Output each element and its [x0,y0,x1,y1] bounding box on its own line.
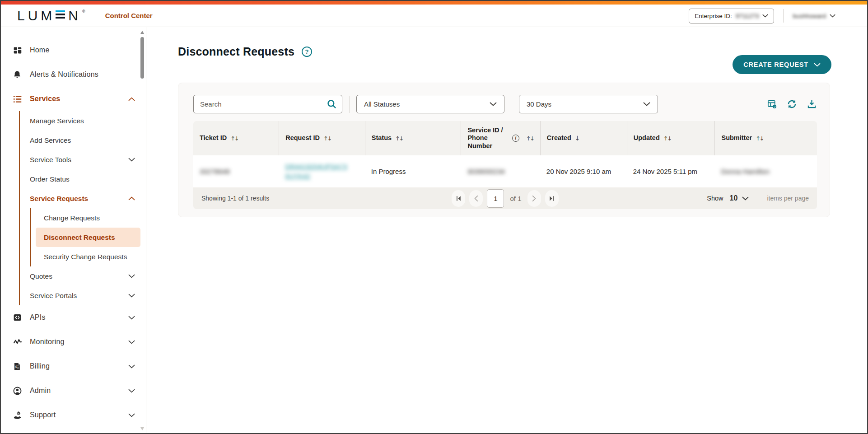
chevron-down-icon[interactable] [128,274,135,278]
col-ticket-id[interactable]: Ticket ID↑↓ [193,121,279,155]
sort-icon[interactable]: ↑↓ [756,135,763,142]
chevron-down-icon [490,102,497,106]
sidebar-item-alerts[interactable]: Alerts & Notifications [1,62,146,87]
page-size-select[interactable] [742,196,749,201]
code-brackets-icon [13,313,23,322]
refresh-icon[interactable] [787,99,797,109]
sidebar-item-home[interactable]: Home [1,38,146,62]
chevron-down-icon [814,63,821,67]
download-icon[interactable] [807,99,817,109]
svg-text:$: $ [15,365,17,369]
logo-e-bars-icon [56,10,65,19]
chevron-down-icon[interactable] [128,413,135,417]
col-updated[interactable]: Updated↑↓ [627,121,715,155]
home-grid-icon [13,45,23,55]
sidebar-item-label: Billing [30,362,50,370]
chevron-down-icon[interactable] [128,158,135,162]
col-created[interactable]: Created↓ [540,121,627,155]
sidebar-item-admin[interactable]: Admin [1,378,146,403]
sidebar-item-security-change-requests[interactable]: Security Change Requests [31,247,146,266]
sidebar-item-label: Quotes [30,272,52,280]
page-count-label: of 1 [510,195,521,202]
request-id-link[interactable]: DR4419204UPSA730UYK42 [285,162,347,181]
first-page-button[interactable] [452,190,465,207]
cell-service-id: 3039000234 [461,155,540,187]
app-window: LUM N ® Control Center Enterprise ID: 97… [0,0,868,434]
sidebar-item-disconnect-requests[interactable]: Disconnect Requests [36,228,140,247]
status-filter-select[interactable]: All Statuses [356,95,504,113]
sidebar-item-manage-services[interactable]: Manage Services [20,111,146,131]
info-icon[interactable]: i [512,135,519,142]
chevron-down-icon[interactable] [128,364,135,369]
sidebar-item-apis[interactable]: APIs [1,305,146,330]
sidebar-item-monitoring[interactable]: Monitoring [1,330,146,354]
sort-icon[interactable]: ↑↓ [230,135,238,142]
help-icon[interactable]: ? [302,47,312,57]
sidebar-item-order-status[interactable]: Order Status [20,169,146,189]
col-status[interactable]: Status↑↓ [365,121,461,155]
search-icon[interactable] [327,99,337,111]
sort-icon[interactable]: ↑↓ [323,135,331,142]
chevron-down-icon[interactable] [128,340,135,344]
lumen-logo[interactable]: LUM N ® [17,9,85,23]
services-list-icon [13,94,23,104]
sidebar-item-quotes[interactable]: Quotes [20,266,146,286]
chevron-down-icon [643,102,650,106]
column-settings-icon[interactable] [767,99,777,109]
logo-text-right: N [68,9,81,23]
invoice-icon: $ [13,361,23,371]
search-input[interactable] [193,95,342,113]
sidebar-item-label: Admin [30,387,51,395]
sidebar-item-support[interactable]: Support [1,403,146,427]
sidebar-item-services[interactable]: Services [1,87,146,111]
sidebar-item-add-services[interactable]: Add Services [20,131,146,150]
create-request-button[interactable]: CREATE REQUEST [733,55,831,74]
sort-icon[interactable]: ↑↓ [395,135,403,142]
chevron-down-icon [762,14,768,18]
sidebar-item-service-tools[interactable]: Service Tools [20,150,146,169]
sidebar-item-service-portals[interactable]: Service Portals [20,286,146,305]
sidebar-item-billing[interactable]: $ Billing [1,354,146,378]
page-number-input[interactable]: 1 [487,189,504,208]
scroll-down-arrow-icon[interactable] [140,427,144,430]
chevron-down-icon[interactable] [128,294,135,298]
items-per-page-label: items per page [767,195,809,202]
sidebar-item-label: Alerts & Notifications [30,70,98,79]
sidebar-item-label: Security Change Requests [44,253,127,261]
next-page-button[interactable] [527,190,541,207]
chevron-up-icon[interactable] [128,97,135,101]
registered-mark: ® [82,9,85,14]
sidebar-item-label: Order Status [30,175,70,183]
chevron-down-icon[interactable] [128,389,135,393]
sort-icon[interactable]: ↑↓ [526,135,534,142]
sidebar-scrollbar[interactable] [140,31,145,430]
results-summary: Showing 1-1 of 1 results [201,195,452,202]
user-menu[interactable]: bushhoward [793,13,835,19]
col-service-id[interactable]: Service ID /Phone Number i ↑↓ [461,121,540,155]
previous-page-button[interactable] [469,190,483,207]
table-header-row: Ticket ID↑↓ Request ID↑↓ Status↑↓ Servic… [193,121,817,155]
chevron-down-icon[interactable] [128,316,135,320]
sidebar-item-label: Home [30,46,49,54]
enterprise-id-dropdown[interactable]: Enterprise ID: 9711273 [689,9,774,23]
page-title-row: Disconnect Requests ? [178,45,312,58]
sort-icon[interactable]: ↑↓ [663,135,671,142]
logo-text-left: LUM [17,9,55,23]
show-label: Show [707,195,723,202]
sidebar-item-label: Support [30,411,56,419]
scrollbar-thumb[interactable] [140,37,144,79]
last-page-button[interactable] [545,190,559,207]
cell-request-id: DR4419204UPSA730UYK42 [279,155,365,187]
col-request-id[interactable]: Request ID↑↓ [279,121,365,155]
pulse-line-icon [13,337,23,347]
cell-updated: 24 Nov 2025 5:11 pm [627,155,715,187]
scroll-up-arrow-icon[interactable] [140,31,144,34]
date-range-select[interactable]: 30 Days [519,95,658,113]
sidebar-item-service-requests[interactable]: Service Requests [20,189,146,208]
sidebar-item-label: Service Tools [30,156,71,164]
sidebar-item-change-requests[interactable]: Change Requests [31,208,146,228]
col-submitter[interactable]: Submitter↑↓ [714,121,817,155]
chevron-up-icon[interactable] [128,196,135,201]
sort-desc-icon[interactable]: ↓ [575,135,580,142]
cell-ticket-id: 33278648 [193,155,279,187]
